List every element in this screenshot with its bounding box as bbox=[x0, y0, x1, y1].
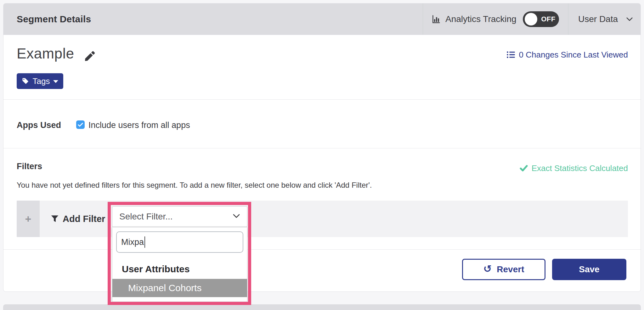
next-section-header-bar bbox=[3, 304, 641, 310]
add-filter-label: Add Filter bbox=[63, 214, 105, 224]
analytics-tracking-toggle[interactable]: OFF bbox=[523, 11, 559, 27]
page-title: Segment Details bbox=[17, 3, 91, 35]
section-divider bbox=[3, 249, 641, 250]
changes-since-last-viewed-link[interactable]: 0 Changes Since Last Viewed bbox=[506, 49, 628, 60]
save-button-label: Save bbox=[579, 264, 599, 274]
exact-statistics-label: Exact Statistics Calculated bbox=[532, 163, 628, 173]
select-filter-dropdown[interactable]: Select Filter... bbox=[112, 206, 247, 227]
segment-details-card: Segment Details Analytics Tracking OFF U… bbox=[3, 3, 641, 292]
toggle-state-label: OFF bbox=[539, 11, 557, 27]
exact-statistics-status: Exact Statistics Calculated bbox=[520, 163, 628, 173]
tag-icon bbox=[22, 77, 29, 85]
header-divider bbox=[568, 3, 568, 35]
card-header: Segment Details Analytics Tracking OFF U… bbox=[3, 3, 641, 35]
revert-button-label: Revert bbox=[497, 264, 524, 274]
analytics-tracking-label: Analytics Tracking bbox=[445, 14, 517, 24]
save-button[interactable]: Save bbox=[552, 259, 626, 280]
filter-search-value: Mixpa bbox=[121, 237, 144, 247]
include-all-apps-label: Include users from all apps bbox=[88, 120, 190, 130]
filters-description: You have not yet defined filters for thi… bbox=[17, 181, 372, 190]
tags-button-label: Tags bbox=[33, 76, 50, 86]
segment-name: Example bbox=[17, 45, 74, 62]
toggle-knob bbox=[525, 13, 537, 25]
add-filter-row: + Add Filter bbox=[17, 201, 628, 237]
caret-down-icon bbox=[53, 80, 58, 83]
filter-search-input[interactable]: Mixpa bbox=[116, 231, 243, 253]
check-icon bbox=[78, 123, 83, 127]
user-data-dropdown[interactable]: User Data bbox=[578, 3, 633, 35]
user-data-label: User Data bbox=[578, 14, 618, 24]
edit-name-button[interactable] bbox=[83, 50, 96, 63]
include-all-apps-checkbox[interactable] bbox=[76, 120, 85, 129]
chevron-down-icon bbox=[233, 213, 240, 219]
apps-used-label: Apps Used bbox=[17, 120, 61, 130]
analytics-tracking-group: Analytics Tracking bbox=[432, 3, 517, 35]
filter-dropdown-menu: Mixpa User Attributes Mixpanel Cohorts bbox=[112, 227, 247, 302]
filters-heading: Filters bbox=[17, 162, 42, 171]
tags-button[interactable]: Tags bbox=[17, 73, 63, 89]
chevron-down-icon bbox=[626, 17, 633, 21]
dropdown-group-header: User Attributes bbox=[122, 264, 190, 274]
header-divider bbox=[423, 3, 423, 35]
text-cursor bbox=[144, 236, 145, 248]
changes-link-label: 0 Changes Since Last Viewed bbox=[519, 50, 628, 60]
section-divider bbox=[3, 148, 641, 148]
option-label: Mixpanel Cohorts bbox=[128, 283, 201, 293]
funnel-icon bbox=[51, 215, 59, 223]
list-icon bbox=[506, 50, 515, 59]
check-icon bbox=[520, 165, 528, 172]
option-mixpanel-cohorts[interactable]: Mixpanel Cohorts bbox=[112, 279, 247, 297]
add-filter-button[interactable]: Add Filter bbox=[51, 201, 105, 237]
bar-chart-icon bbox=[432, 14, 441, 24]
plus-icon: + bbox=[25, 213, 31, 225]
add-filter-plus-button[interactable]: + bbox=[17, 201, 40, 237]
select-filter-placeholder: Select Filter... bbox=[119, 212, 173, 222]
revert-button[interactable]: ↺ Revert bbox=[462, 259, 545, 280]
undo-icon: ↺ bbox=[483, 264, 492, 274]
section-divider bbox=[3, 99, 641, 100]
